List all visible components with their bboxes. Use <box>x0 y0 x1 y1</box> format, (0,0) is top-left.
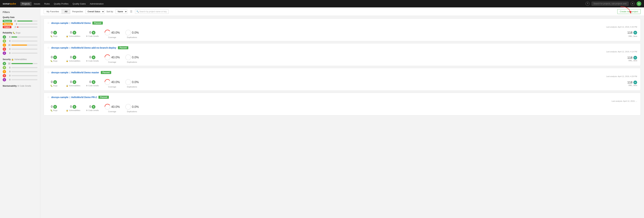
metric-coverage-1: 40.0% Coverage <box>104 30 120 38</box>
global-search-input[interactable] <box>592 2 628 6</box>
nav-rules[interactable]: Rules <box>42 2 52 6</box>
metric-smells-2: 0 A ⚙ Code Smells <box>86 56 99 62</box>
grade-b-bar-bg <box>12 41 38 42</box>
tab-my-favorites[interactable]: My Favorites <box>44 9 62 14</box>
grade-c-bar-bg <box>12 45 38 46</box>
bugs-grade-2: A <box>53 56 57 59</box>
metric-bugs-3: 0 A 🐛 Bugs <box>47 80 61 87</box>
sec-grade-e-count: 0 <box>7 79 10 81</box>
grade-a-bar <box>12 37 17 38</box>
perspective-select[interactable]: Overall Status <box>85 10 104 14</box>
list-view-icon[interactable]: ☰ <box>129 9 133 14</box>
project-4-name[interactable]: devops-sample :: HelloWorld Demo PR-2 <box>51 96 97 99</box>
project-1-meta: Last analysis: April 12, 2019, 5:44 PM <box>47 26 637 28</box>
metric-vuln-3: 0 A 🔒 Vulnerabilities <box>66 80 80 87</box>
project-3-name[interactable]: devops-sample :: HelloWorld Demo master <box>51 71 99 74</box>
bugs-grade-3: A <box>53 80 57 84</box>
search-projects-input[interactable] <box>135 10 169 14</box>
vuln-count-4: 0 <box>70 105 72 108</box>
security-grade-e[interactable]: E 0 <box>3 78 38 81</box>
vuln-label-3: 🔒 Vulnerabilities <box>66 85 80 87</box>
grade-a-bar-bg <box>12 37 38 38</box>
metric-dup-3: 0.0% Duplications <box>125 79 139 88</box>
sec-grade-b-circle: B <box>3 66 6 69</box>
star-icon-3[interactable]: ☆ <box>47 71 50 74</box>
maintainability-title: Maintainability ⚙ Code Smells <box>3 85 38 87</box>
maintainability-filter: Maintainability ⚙ Code Smells <box>3 85 38 87</box>
smells-count-1: 0 <box>89 31 91 34</box>
nav-quality-profiles[interactable]: Quality Profiles <box>52 2 70 6</box>
coverage-value-4: 40.0% <box>111 105 120 109</box>
project-3-header: ☆ devops-sample :: HelloWorld Demo maste… <box>47 71 637 74</box>
metric-bugs-2: 0 A 🐛 Bugs <box>47 56 61 62</box>
tab-all[interactable]: All <box>62 9 70 14</box>
reliability-filter: Reliability 🐛 Bugs A 6 B 0 C 16 <box>3 32 38 55</box>
reliability-grade-d[interactable]: D 0 <box>3 48 38 51</box>
plus-button[interactable]: + <box>630 2 634 6</box>
nav-issues[interactable]: Issues <box>32 2 42 6</box>
metric-bugs-1: 0 A 🐛 Bugs <box>47 31 61 37</box>
dup-label-1: Duplications <box>127 36 137 38</box>
star-icon-1[interactable]: ☆ <box>47 21 50 25</box>
help-button[interactable]: ? <box>586 2 590 6</box>
vuln-grade-4: A <box>72 105 76 109</box>
passed-badge: Passed <box>3 20 12 22</box>
lang-badge-3: XS <box>634 81 637 84</box>
grade-b-count: 0 <box>7 40 10 42</box>
security-grade-a[interactable]: A 22 <box>3 62 38 65</box>
smells-grade-4: A <box>92 105 96 109</box>
security-title: Security 🔒 Vulnerabilities <box>3 58 38 61</box>
coverage-chart-1 <box>104 30 110 36</box>
bugs-count-3: 0 <box>51 80 52 84</box>
project-2-status: Passed <box>118 46 128 49</box>
lang-text-2: XML, Java <box>628 60 637 62</box>
passed-bar <box>17 21 32 22</box>
security-grade-d[interactable]: D 0 <box>3 74 38 77</box>
project-2-name[interactable]: devops-sample :: HelloWorld Demo add-no-… <box>51 46 116 49</box>
filter-row-failed[interactable]: Failed 2 <box>3 26 38 28</box>
lines-value-1: 118 <box>627 31 632 35</box>
metric-vuln-4: 0 A 🔒 Vulnerabilities <box>66 105 80 112</box>
project-4-status: Passed <box>98 96 109 99</box>
star-icon-4[interactable]: ☆ <box>47 96 50 99</box>
grade-d-circle: D <box>3 48 6 51</box>
nav-quality-gates[interactable]: Quality Gates <box>71 2 88 6</box>
project-1-name[interactable]: devops-sample :: HelloWorld Demo <box>51 22 91 24</box>
star-icon-2[interactable]: ☆ <box>47 46 50 49</box>
warning-badge: Warning <box>3 23 13 25</box>
coverage-value-3: 40.0% <box>111 80 120 84</box>
security-grade-c[interactable]: C 0 <box>3 70 38 73</box>
filter-row-passed[interactable]: Passed 20 <box>3 20 38 22</box>
smells-label-2: ⚙ Code Smells <box>86 60 98 62</box>
nav-administration[interactable]: Administration <box>88 2 105 6</box>
reliability-grade-c[interactable]: C 16 <box>3 43 38 47</box>
grade-c-bar <box>12 45 27 46</box>
dup-value-4: 0.0% <box>132 105 139 109</box>
project-4-meta: Last analysis: April 12, 2019, ... <box>47 100 637 102</box>
bugs-grade-1: A <box>53 31 57 35</box>
project-card-2: ☆ devops-sample :: HelloWorld Demo add-n… <box>44 43 641 66</box>
sort-select[interactable]: Name <box>116 10 127 14</box>
reliability-grade-b[interactable]: B 0 <box>3 39 38 43</box>
create-project-button[interactable]: Create new project <box>617 9 641 14</box>
sec-grade-a-count: 22 <box>7 62 10 65</box>
reliability-grade-e[interactable]: E 0 <box>3 52 38 55</box>
navbar-right: ? + A <box>586 1 641 6</box>
bugs-grade-4: A <box>53 105 57 109</box>
project-card-4: ☆ devops-sample :: HelloWorld Demo PR-2 … <box>44 93 641 115</box>
lines-value-2: 118 <box>627 56 632 60</box>
user-avatar[interactable]: A <box>636 1 641 6</box>
reliability-grade-a[interactable]: A 6 <box>3 35 38 39</box>
nav-projects[interactable]: Projects <box>20 2 32 6</box>
grade-c-count: 16 <box>7 44 10 46</box>
dup-chart-3 <box>125 79 131 85</box>
project-2-header: ☆ devops-sample :: HelloWorld Demo add-n… <box>47 46 637 49</box>
dup-label-2: Duplications <box>127 61 137 63</box>
vuln-count-1: 0 <box>70 31 72 34</box>
project-2-meta: Last analysis: April 12, 2019, 4:14 PM <box>47 51 637 53</box>
vuln-grade-2: A <box>72 56 76 59</box>
security-grade-b[interactable]: B 0 <box>3 66 38 69</box>
filter-row-warning[interactable]: Warning 0 <box>3 23 38 25</box>
vuln-label-4: 🔒 Vulnerabilities <box>66 109 80 112</box>
lang-badge-1: XS <box>634 31 637 35</box>
